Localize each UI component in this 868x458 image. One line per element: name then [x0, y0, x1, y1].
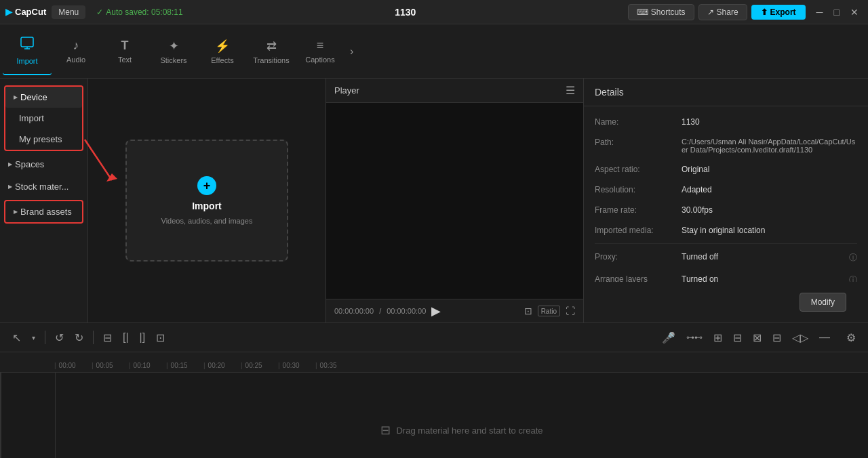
menu-button[interactable]: Menu: [52, 5, 85, 19]
sidebar-item-spaces[interactable]: Spaces: [0, 154, 87, 175]
tab-stickers-label: Stickers: [160, 56, 186, 64]
trim-left-button[interactable]: [|: [119, 329, 133, 346]
sidebar-item-import[interactable]: Import: [5, 108, 82, 129]
window-controls: ─ □ ✕: [812, 5, 863, 19]
player-screenshot-button[interactable]: ⊡: [524, 306, 532, 316]
tab-audio-label: Audio: [66, 56, 85, 64]
import-area: + Import Videos, audios, and images: [88, 79, 326, 322]
tab-import[interactable]: Import: [3, 28, 52, 75]
split-button[interactable]: ⊟: [99, 329, 116, 347]
import-tab-icon: [20, 36, 35, 54]
audio-btn[interactable]: —: [815, 329, 834, 346]
tab-transitions[interactable]: ⇄ Transitions: [247, 28, 296, 75]
text-tab-icon: T: [121, 39, 129, 53]
tab-text[interactable]: T Text: [100, 28, 149, 75]
proxy-info-icon[interactable]: ⓘ: [849, 252, 857, 264]
track-connect-button[interactable]: ⊶⊷: [682, 330, 707, 345]
player-play-button[interactable]: ▶: [431, 304, 441, 318]
tracks-button[interactable]: ⊞: [709, 329, 726, 347]
detail-path-value: C:/Users/Usman Ali Nasir/AppData/Local/C…: [682, 138, 857, 154]
export-icon: ⬆: [761, 7, 768, 17]
detail-row-name: Name: 1130: [584, 112, 868, 132]
detail-row-aspect: Aspect ratio: Original: [584, 159, 868, 180]
media-panel: + Import Videos, audios, and images: [88, 79, 326, 322]
auto-save-text: Auto saved: 05:08:11: [106, 7, 182, 17]
timeline-body: ⊟ Drag material here and start to create: [0, 373, 868, 458]
player-viewport: [326, 103, 583, 299]
export-button[interactable]: ⬆ Export: [751, 5, 806, 20]
arrange-info-icon[interactable]: ⓘ: [849, 274, 857, 282]
redo-button[interactable]: ↻: [71, 329, 87, 347]
tab-text-label: Text: [118, 56, 132, 64]
undo-button[interactable]: ↺: [51, 329, 68, 347]
import-box[interactable]: + Import Videos, audios, and images: [125, 140, 288, 262]
shrink-button[interactable]: ◁▷: [788, 329, 812, 347]
check-icon: ✓: [96, 7, 103, 17]
import-plus-icon: +: [197, 176, 216, 195]
detail-framerate-value: 30.00fps: [682, 205, 857, 215]
sidebar-item-brand[interactable]: Brand assets: [5, 201, 82, 222]
import-sublabel: Videos, audios, and images: [161, 217, 253, 225]
details-footer: Modify: [584, 282, 868, 322]
tab-audio[interactable]: ♪ Audio: [52, 28, 100, 75]
player-menu-button[interactable]: ☰: [566, 84, 575, 97]
timeline-drag-hint: ⊟ Drag material here and start to create: [380, 423, 542, 438]
player-title: Player: [334, 85, 359, 96]
transitions-tab-icon: ⇄: [267, 39, 277, 54]
detail-proxy-value: Turned off: [682, 252, 844, 262]
select-tool-button[interactable]: ↖: [8, 329, 25, 347]
details-panel: Details Name: 1130 Path: C:/Users/Usman …: [583, 79, 868, 322]
tab-captions[interactable]: ≡ Captions: [296, 28, 344, 75]
delete-button[interactable]: ⊡: [152, 329, 169, 347]
player-fullscreen-button[interactable]: ⛶: [566, 306, 575, 316]
share-icon: ↗: [707, 7, 714, 17]
details-title: Details: [584, 79, 868, 106]
app-logo: ▶ CapCut: [5, 7, 46, 17]
minimize-button[interactable]: ─: [812, 5, 827, 19]
player-time-current: 00:00:00:00: [334, 307, 374, 315]
ruler-mark-7: 00:35: [315, 362, 353, 369]
shortcuts-button[interactable]: ⌨ Shortcuts: [628, 4, 694, 20]
import-area-container: + Import Videos, audios, and images: [125, 140, 288, 262]
timeline-ruler: 00:00 00:05 00:10 00:15 00:20 00:25 00:3…: [0, 352, 868, 373]
details-body: Name: 1130 Path: C:/Users/Usman Ali Nasi…: [584, 106, 868, 282]
mic-button[interactable]: 🎤: [658, 329, 679, 347]
tab-transitions-label: Transitions: [253, 56, 289, 64]
share-button[interactable]: ↗ Share: [698, 4, 747, 20]
timeline-tracks: ⊟ Drag material here and start to create: [56, 373, 868, 458]
detail-row-arrange: Arrange layers Turned on ⓘ: [584, 269, 868, 282]
sidebar-item-stock[interactable]: Stock mater...: [0, 176, 87, 197]
modify-button[interactable]: Modify: [800, 293, 846, 312]
settings-button[interactable]: ⚙: [842, 329, 860, 347]
detail-proxy-label: Proxy:: [595, 252, 676, 262]
player-time-sep: /: [379, 307, 381, 315]
toolbar-divider1: [45, 331, 45, 344]
audio-tab-icon: ♪: [73, 39, 79, 53]
detail-resolution-label: Resolution:: [595, 185, 676, 194]
main-area: Device Import My presets Spaces Stock ma…: [0, 79, 868, 322]
timeline: 00:00 00:05 00:10 00:15 00:20 00:25 00:3…: [0, 352, 868, 458]
tab-effects[interactable]: ⚡ Effects: [198, 28, 247, 75]
tab-stickers[interactable]: ✦ Stickers: [149, 28, 198, 75]
drag-hint-icon: ⊟: [380, 423, 391, 438]
captions2-button[interactable]: ⊟: [768, 329, 785, 347]
maximize-button[interactable]: □: [830, 5, 844, 19]
player-ratio-button[interactable]: Ratio: [538, 306, 560, 316]
link-button[interactable]: ⊟: [729, 329, 746, 347]
sidebar-item-device[interactable]: Device: [5, 87, 82, 108]
drag-hint-text: Drag material here and start to create: [396, 425, 542, 436]
detail-row-imported: Imported media: Stay in original locatio…: [584, 220, 868, 241]
detail-row-framerate: Frame rate: 30.00fps: [584, 200, 868, 220]
import-arrow: [78, 133, 119, 187]
sidebar-item-presets[interactable]: My presets: [5, 129, 82, 150]
ruler-mark-2: 00:10: [129, 362, 166, 369]
ruler-mark-0: 00:00: [54, 362, 92, 369]
select-dropdown-button[interactable]: ▾: [28, 331, 39, 344]
trim-right-button[interactable]: |]: [136, 329, 150, 346]
tab-effects-label: Effects: [211, 56, 233, 64]
close-button[interactable]: ✕: [846, 5, 863, 19]
detail-name-value: 1130: [682, 117, 857, 127]
nav-more-button[interactable]: ›: [344, 43, 359, 60]
align-button[interactable]: ⊠: [749, 329, 766, 347]
sidebar-section-brand: Brand assets: [4, 200, 83, 224]
